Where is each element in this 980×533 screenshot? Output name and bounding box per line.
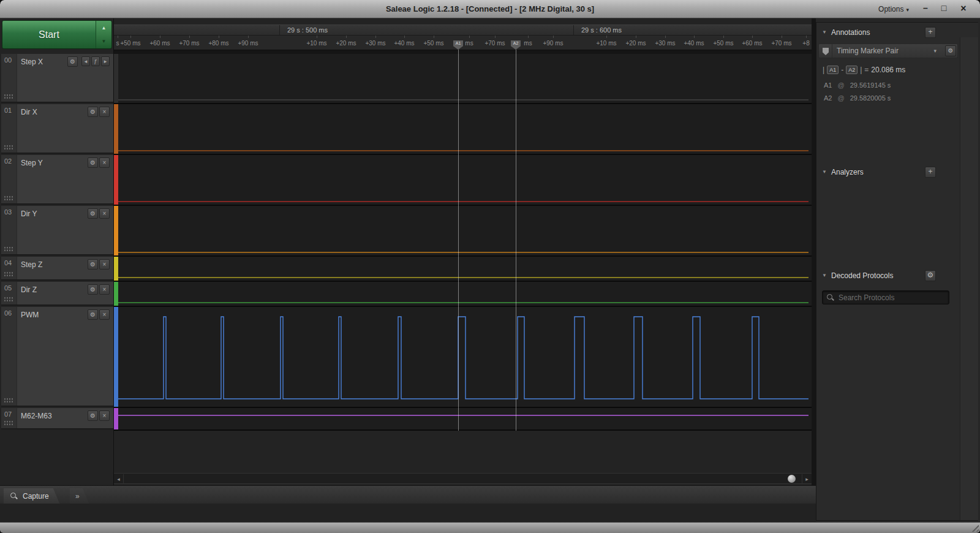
panel-scrollbar[interactable]	[960, 37, 978, 520]
tick-mark	[723, 36, 724, 38]
channel-label[interactable]: Step Z	[21, 260, 42, 269]
chevron-down-icon[interactable]: ▼	[96, 35, 111, 49]
tick-label: +50 ms	[423, 40, 443, 47]
tick-mark	[636, 36, 636, 38]
waveform-column: 29 s : 500 ms29 s : 600 ms s+50 ms+60 ms…	[114, 18, 812, 522]
close-button[interactable]: ×	[99, 309, 110, 320]
collapse-triangle-icon[interactable]: ▼	[822, 273, 827, 278]
prev-edge-button[interactable]: ◂	[81, 56, 90, 66]
gear-button[interactable]: ⚙	[88, 107, 98, 117]
timing-marker-pair-row[interactable]: Timing Marker Pair ▾ ⚙	[818, 43, 958, 58]
delta-value: 20.086 ms	[871, 66, 905, 74]
tick-label: +40 ms	[394, 40, 414, 47]
tick-label: +60 ms	[742, 40, 762, 47]
scroll-left-arrow-icon[interactable]: ◂	[114, 474, 124, 484]
channel-label[interactable]: PWM	[21, 311, 39, 319]
gear-button[interactable]: ⚙	[88, 410, 98, 421]
tick-label: ms	[524, 40, 532, 47]
channel-row-05: 05Dir Z⚙×	[1, 282, 113, 306]
add-annotation-button[interactable]: +	[925, 27, 936, 38]
options-button[interactable]: Options▾	[878, 0, 909, 18]
channel-label[interactable]: Step Y	[21, 159, 43, 167]
drag-grip-icon[interactable]	[4, 94, 14, 99]
tick-label: +40 ms	[684, 40, 704, 47]
window-title: Saleae Logic 1.2.18 - [Connected] - [2 M…	[0, 0, 980, 18]
add-analyzer-button[interactable]: +	[925, 167, 936, 178]
resize-grip[interactable]	[970, 523, 979, 532]
close-button[interactable]: ×	[99, 157, 110, 168]
tick-mark	[553, 36, 554, 38]
tab-capture[interactable]: Capture	[4, 488, 60, 504]
chevron-down-icon[interactable]: ▾	[933, 48, 937, 54]
timeline-section-label: 29 s : 500 ms	[287, 26, 328, 34]
channel-label[interactable]: M62-M63	[21, 412, 52, 420]
drag-grip-icon[interactable]	[4, 246, 14, 252]
channel-row-00: 00Step X⚙◂ƒ▸	[1, 54, 113, 103]
channel-label[interactable]: Dir Y	[21, 210, 37, 218]
tick-label: +50 ms	[713, 40, 733, 47]
timing-marker-line-a1[interactable]	[458, 50, 459, 431]
gear-button[interactable]: ⚙	[88, 284, 98, 295]
decoded-settings-button[interactable]: ⚙	[925, 270, 936, 281]
marker-delta-measurement: | A1 - A2 | = 20.086 ms	[823, 66, 905, 74]
timeline-header[interactable]: 29 s : 500 ms29 s : 600 ms	[114, 25, 812, 36]
drag-grip-icon[interactable]	[4, 271, 14, 277]
drag-grip-icon[interactable]	[4, 398, 14, 403]
a1-chip: A1	[827, 66, 839, 74]
waveform-plot[interactable]	[114, 54, 812, 431]
close-button[interactable]: ×	[99, 259, 110, 270]
drag-grip-icon[interactable]	[4, 195, 14, 201]
channel-panel: Start ▲ ▼ 00Step X⚙◂ƒ▸01Dir X⚙×02Step Y⚙…	[0, 18, 114, 522]
maximize-button[interactable]: □	[936, 0, 952, 18]
scrollbar-thumb[interactable]	[788, 475, 796, 483]
timeline-section-separator	[279, 25, 280, 35]
start-button[interactable]: Start	[2, 21, 96, 48]
channel-number: 06	[1, 307, 17, 406]
drag-grip-icon[interactable]	[4, 145, 14, 150]
drag-grip-icon[interactable]	[4, 297, 14, 302]
close-button[interactable]: ×	[99, 410, 110, 421]
tick-mark	[606, 36, 607, 38]
tick-mark	[694, 36, 695, 38]
channel-label[interactable]: Step X	[21, 58, 43, 66]
tick-mark	[469, 36, 470, 38]
decoded-protocols-section-header: ▼ Decoded Protocols ⚙	[816, 270, 960, 283]
gear-button[interactable]: ⚙	[67, 56, 78, 67]
close-button[interactable]: ×	[99, 284, 110, 295]
close-button[interactable]: ×	[956, 0, 971, 18]
marker-pair-settings-button[interactable]: ⚙	[945, 45, 956, 56]
decoded-protocols-title: Decoded Protocols	[831, 271, 893, 280]
search-protocols-input[interactable]	[823, 291, 949, 304]
collapse-triangle-icon[interactable]: ▼	[822, 29, 827, 35]
channel-row-07: 07M62-M63⚙×	[1, 408, 113, 429]
statusbar	[0, 522, 980, 533]
next-edge-button[interactable]: ▸	[101, 56, 110, 66]
drag-grip-icon[interactable]	[4, 420, 14, 426]
gear-button[interactable]: ⚙	[88, 208, 98, 219]
tab-more[interactable]: »	[70, 488, 89, 504]
scroll-right-arrow-icon[interactable]: ▸	[802, 474, 812, 484]
f-trigger-button[interactable]: ƒ	[91, 56, 100, 66]
channel-row-04: 04Step Z⚙×	[1, 257, 113, 281]
gear-button[interactable]: ⚙	[88, 259, 98, 270]
side-panel: ▼ Annotations + Timing Marker Pair ▾ ⚙ |…	[816, 22, 978, 521]
close-button[interactable]: ×	[99, 208, 110, 219]
minimize-button[interactable]: –	[918, 0, 933, 18]
start-options-stepper[interactable]: ▲ ▼	[96, 21, 111, 48]
timing-marker-line-a2[interactable]	[516, 50, 516, 431]
tick-label: s	[116, 40, 119, 47]
tick-label: +30 ms	[365, 40, 385, 47]
close-button[interactable]: ×	[99, 107, 110, 117]
horizontal-scrollbar[interactable]: ◂ ▸	[114, 473, 812, 484]
titlebar[interactable]: Saleae Logic 1.2.18 - [Connected] - [2 M…	[0, 0, 980, 18]
capture-icon	[10, 493, 18, 501]
gear-button[interactable]: ⚙	[88, 309, 98, 320]
channel-label[interactable]: Dir Z	[21, 285, 37, 294]
gear-button[interactable]: ⚙	[88, 157, 98, 168]
marker-flag-icon	[823, 48, 829, 55]
collapse-triangle-icon[interactable]: ▼	[822, 169, 827, 175]
bottom-filler	[0, 504, 816, 522]
chevron-up-icon[interactable]: ▲	[96, 21, 111, 35]
channel-label[interactable]: Dir X	[21, 108, 37, 116]
divider	[832, 44, 832, 58]
